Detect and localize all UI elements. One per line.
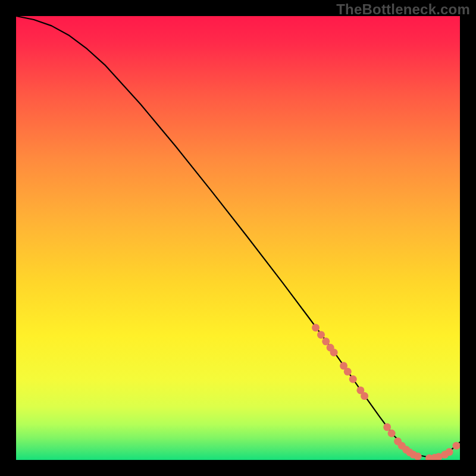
- curve-marker: [312, 324, 320, 331]
- chart-stage: TheBottleneck.com: [0, 0, 476, 476]
- curve-marker: [349, 375, 357, 383]
- chart-svg: [16, 16, 460, 460]
- curve-marker: [317, 331, 325, 339]
- curve-marker: [414, 453, 422, 460]
- curve-marker: [446, 448, 453, 456]
- curve-marker: [453, 442, 460, 450]
- chart-plot-area: [16, 16, 460, 460]
- curve-marker: [330, 349, 338, 356]
- curve-marker: [322, 337, 330, 345]
- watermark-text: TheBottleneck.com: [336, 1, 470, 18]
- curve-marker: [344, 368, 352, 375]
- curve-marker: [361, 392, 368, 400]
- curve-marker: [388, 430, 396, 437]
- curve-marker: [383, 423, 391, 431]
- chart-background: [16, 16, 460, 460]
